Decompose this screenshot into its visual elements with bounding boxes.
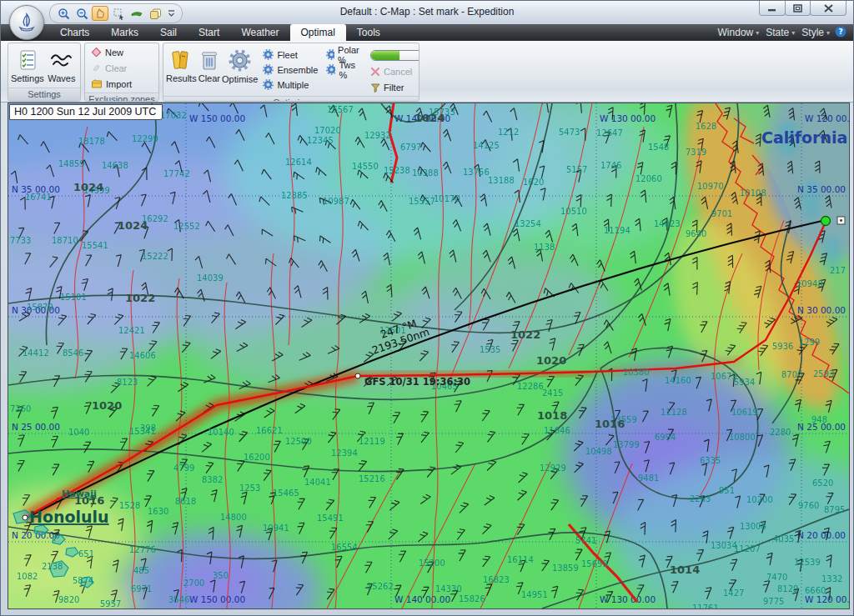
results-button[interactable]: Results	[166, 45, 197, 94]
wave-data-value: 16114	[507, 555, 534, 564]
wave-data-value: 16741	[25, 193, 52, 202]
wave-data-value: 1427	[723, 588, 744, 598]
wave-data-value: 651	[78, 549, 94, 558]
wave-data-value: 2415	[542, 388, 563, 398]
ribbon: Settings Waves Settings New	[1, 41, 853, 103]
tab-sail[interactable]: Sail	[149, 24, 188, 41]
wave-data-value: 14039	[197, 273, 224, 283]
tab-charts[interactable]: Charts	[49, 24, 100, 41]
tab-optimal[interactable]: Optimal	[290, 24, 346, 41]
tws-percent-button[interactable]: Tws %	[323, 63, 365, 77]
waypoint-b-dot	[840, 219, 842, 222]
wave-data-value: 12539	[794, 558, 821, 567]
wave-data-value: 1212	[498, 128, 519, 137]
chart-map-area[interactable]: H0 1200 Sun 12 Jul 2009 UTC	[8, 103, 850, 609]
wave-data-value: 16554	[331, 543, 358, 552]
wave-data-value: 15557	[409, 197, 435, 206]
trash-icon	[199, 49, 219, 71]
wave-data-value: 1332	[821, 574, 842, 583]
title-bar[interactable]: Default : C-Map : Set mark - Expedition	[1, 1, 853, 25]
wave-data-value: 6971	[131, 584, 152, 593]
minimize-button[interactable]	[759, 1, 786, 16]
multiple-gear-icon	[263, 79, 274, 90]
waves-button[interactable]: Waves	[46, 45, 78, 86]
wave-data-value: 7733	[10, 236, 31, 245]
wave-data-value: 11761	[692, 603, 719, 608]
optimise-button[interactable]: Optimise	[222, 45, 258, 94]
wave-data-value: 7470	[766, 573, 787, 582]
optimise-clear-label: Clear	[198, 73, 220, 83]
wave-data-value: 1528	[119, 501, 140, 510]
finish-mark[interactable]	[821, 217, 831, 226]
maximize-button[interactable]	[785, 1, 811, 16]
wave-data-value: 14125	[473, 141, 500, 150]
wave-data-value: 1630	[148, 507, 168, 516]
wave-data-value: 15216	[359, 474, 385, 483]
multiple-button[interactable]: Multiple	[259, 78, 321, 92]
wave-data-value: 14412	[23, 348, 49, 358]
cancel-button[interactable]: Cancel	[367, 64, 419, 78]
import-folder-icon	[91, 78, 103, 89]
exclusion-new-button[interactable]: New	[88, 45, 156, 59]
ribbon-group-settings: Settings Waves Settings	[8, 43, 81, 102]
isobar-label: 1020	[536, 354, 566, 367]
wave-data-value: 12421	[118, 326, 145, 335]
wave-data-value: 15826	[459, 594, 485, 603]
lon-label-top: W 150 00.00	[189, 113, 245, 123]
route-start-marker[interactable]	[23, 515, 28, 520]
wave-data-value: 12776	[129, 545, 156, 554]
tab-weather[interactable]: Weather	[230, 24, 289, 41]
menu-style[interactable]: Style▾	[800, 27, 831, 38]
window-controls	[760, 1, 846, 16]
wave-data-value: 5741	[575, 536, 596, 545]
wave-data-value: 3546	[168, 595, 189, 604]
wave-data-value: 10388	[412, 168, 439, 178]
exclusion-group-label: Exclusion zones	[85, 93, 158, 102]
wave-data-value: 14550	[352, 162, 379, 171]
wave-data-value: 1548	[648, 143, 669, 152]
wave-data-value: 10619	[731, 408, 758, 417]
wave-data-value: 15238	[384, 166, 410, 175]
lat-label-right: N 35 00.00	[797, 184, 846, 194]
optimise-clear-button[interactable]: Clear	[198, 45, 220, 94]
wave-data-value: 10800	[729, 433, 756, 442]
ensemble-button[interactable]: Ensemble	[259, 63, 321, 77]
settings-button[interactable]: Settings	[11, 45, 44, 86]
fleet-button[interactable]: Fleet	[259, 48, 321, 62]
wave-data-value: 14823	[654, 219, 681, 228]
menu-state[interactable]: State▾	[764, 27, 796, 38]
wave-data-value: 7260	[10, 404, 31, 413]
lon-label-top: W 130 00.00	[600, 113, 656, 123]
fleet-label: Fleet	[277, 50, 297, 60]
wave-data-value: 1040	[68, 428, 89, 437]
filter-button[interactable]: Filter	[367, 80, 419, 94]
lat-label-right: N 20 00.00	[797, 530, 846, 540]
help-icon[interactable]: ?	[835, 26, 846, 40]
wave-data-value: 8795	[824, 505, 845, 514]
menu-window[interactable]: Window▾	[716, 27, 761, 38]
wave-data-value: 217	[830, 266, 846, 275]
close-button[interactable]	[810, 1, 846, 16]
route-position-dot[interactable]	[355, 373, 360, 378]
place-label-hawaii: Hawaii	[62, 488, 97, 499]
wave-data-value: 9760	[798, 501, 819, 510]
exclusion-clear-button[interactable]: Clear	[88, 61, 156, 75]
wave-data-value: 12060	[635, 174, 662, 183]
tab-marks[interactable]: Marks	[100, 24, 149, 41]
wave-data-value: 15491	[317, 513, 344, 523]
exclusion-import-button[interactable]: Import	[88, 77, 156, 91]
isobar-label: 1016	[595, 418, 625, 430]
weather-map[interactable]: W 150 00.00W 150 00.00W 140 00.00W 140 0…	[8, 103, 849, 608]
app-menu-button[interactable]	[9, 5, 44, 40]
lon-label-bottom: W 140 00.00	[394, 594, 450, 604]
wave-data-value: 16823	[483, 575, 510, 584]
tab-start[interactable]: Start	[188, 24, 230, 41]
wave-data-value: 10200	[746, 495, 773, 504]
wave-data-value: 12932	[364, 131, 391, 140]
progress-bar	[370, 50, 419, 61]
tws-percent-label: Tws %	[339, 60, 362, 80]
wave-data-value: 15262	[367, 582, 394, 591]
tab-tools[interactable]: Tools	[346, 24, 391, 41]
ensemble-gear-icon	[263, 64, 274, 75]
wave-data-value: 10108	[740, 188, 766, 198]
